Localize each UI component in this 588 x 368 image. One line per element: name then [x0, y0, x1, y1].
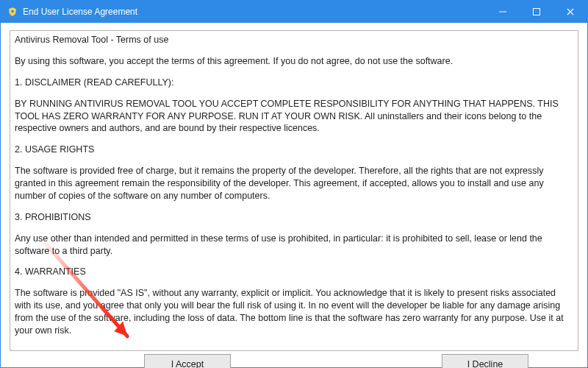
eula-sec3-body: Any use other than intended and permitte… — [15, 233, 573, 258]
content-area: Antivirus Removal Tool - Terms of use By… — [1, 23, 587, 354]
decline-button[interactable]: I Decline — [442, 354, 528, 368]
dialog-button-row: I Accept I Decline — [1, 354, 587, 368]
eula-sec1-body: BY RUNNING ANTIVIRUS REMOVAL TOOL YOU AC… — [15, 98, 573, 135]
eula-panel: Antivirus Removal Tool - Terms of use By… — [10, 30, 578, 351]
maximize-button[interactable] — [520, 1, 553, 23]
eula-window: End User License Agreement Antivirus Rem… — [0, 0, 588, 368]
minimize-button[interactable] — [486, 1, 520, 23]
svg-rect-1 — [499, 12, 506, 13]
eula-sec2-title: 2. USAGE RIGHTS — [15, 144, 573, 156]
eula-sec4-body: The software is provided "AS IS", withou… — [15, 287, 573, 337]
eula-sec3-title: 3. PROHIBITIONS — [15, 211, 573, 224]
close-button[interactable] — [553, 1, 587, 23]
eula-sec4-title: 4. WARRANTIES — [15, 266, 573, 278]
eula-sec2-body: The software is provided free of charge,… — [15, 165, 573, 202]
eula-heading: Antivirus Removal Tool - Terms of use — [15, 34, 573, 46]
eula-intro: By using this software, you accept the t… — [15, 55, 573, 68]
accept-button[interactable]: I Accept — [144, 354, 231, 368]
shield-icon — [7, 6, 18, 18]
window-title: End User License Agreement — [23, 7, 137, 17]
svg-rect-2 — [534, 9, 540, 15]
titlebar: End User License Agreement — [1, 1, 587, 23]
eula-sec1-title: 1. DISCLAIMER (READ CAREFULLY): — [15, 77, 573, 89]
svg-point-0 — [11, 10, 14, 13]
eula-text-scroll[interactable]: Antivirus Removal Tool - Terms of use By… — [10, 31, 578, 350]
